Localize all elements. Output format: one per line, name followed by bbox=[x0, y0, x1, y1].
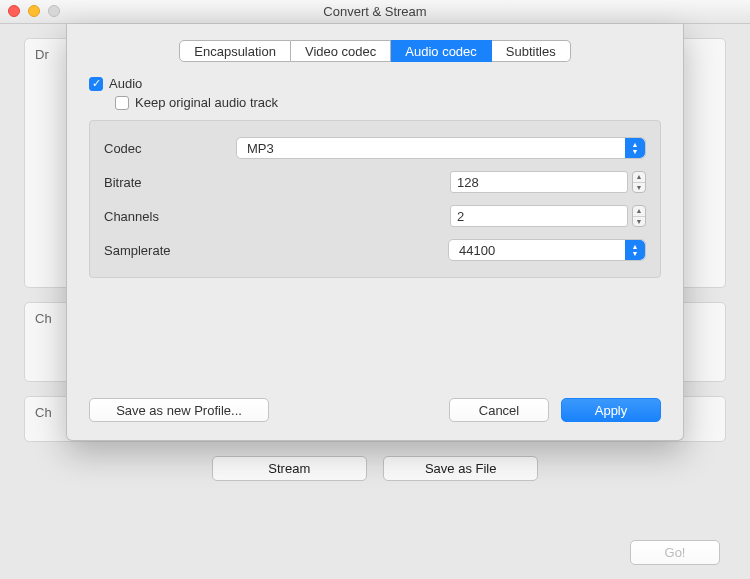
stream-button[interactable]: Stream bbox=[212, 456, 367, 481]
apply-button[interactable]: Apply bbox=[561, 398, 661, 422]
channels-label: Channels bbox=[104, 209, 236, 224]
keep-original-checkbox[interactable] bbox=[115, 96, 129, 110]
save-profile-button[interactable]: Save as new Profile... bbox=[89, 398, 269, 422]
samplerate-select-value: 44100 bbox=[459, 243, 495, 258]
bitrate-input[interactable] bbox=[450, 171, 628, 193]
audio-enable-checkbox[interactable] bbox=[89, 77, 103, 91]
maximize-window-button bbox=[48, 5, 60, 17]
traffic-lights bbox=[8, 5, 60, 17]
profile-editor-sheet: Encapsulation Video codec Audio codec Su… bbox=[66, 24, 684, 441]
bottom-button-row: Stream Save as File bbox=[24, 456, 726, 481]
go-button: Go! bbox=[630, 540, 720, 565]
keep-original-label: Keep original audio track bbox=[135, 95, 278, 110]
codec-select-value: MP3 bbox=[247, 141, 274, 156]
sheet-footer: Save as new Profile... Cancel Apply bbox=[89, 398, 661, 422]
tab-video-codec[interactable]: Video codec bbox=[291, 40, 391, 62]
samplerate-select[interactable]: 44100 bbox=[448, 239, 646, 261]
window-title: Convert & Stream bbox=[0, 4, 750, 19]
chevron-up-icon: ▲ bbox=[633, 172, 645, 183]
window-titlebar: Convert & Stream bbox=[0, 0, 750, 24]
audio-fields-group: Codec MP3 Bitrate ▲ ▼ Ch bbox=[89, 120, 661, 278]
cancel-button[interactable]: Cancel bbox=[449, 398, 549, 422]
bitrate-stepper[interactable]: ▲ ▼ bbox=[632, 171, 646, 193]
codec-select[interactable]: MP3 bbox=[236, 137, 646, 159]
channels-input[interactable] bbox=[450, 205, 628, 227]
close-window-button[interactable] bbox=[8, 5, 20, 17]
chevron-updown-icon bbox=[625, 240, 645, 260]
tab-encapsulation[interactable]: Encapsulation bbox=[179, 40, 291, 62]
audio-enable-label: Audio bbox=[109, 76, 142, 91]
channels-stepper[interactable]: ▲ ▼ bbox=[632, 205, 646, 227]
chevron-up-icon: ▲ bbox=[633, 206, 645, 217]
chevron-down-icon: ▼ bbox=[633, 183, 645, 193]
save-as-file-button[interactable]: Save as File bbox=[383, 456, 538, 481]
profile-tabs: Encapsulation Video codec Audio codec Su… bbox=[89, 40, 661, 62]
codec-label: Codec bbox=[104, 141, 236, 156]
chevron-down-icon: ▼ bbox=[633, 217, 645, 227]
chevron-updown-icon bbox=[625, 138, 645, 158]
minimize-window-button[interactable] bbox=[28, 5, 40, 17]
bitrate-label: Bitrate bbox=[104, 175, 236, 190]
tab-audio-codec[interactable]: Audio codec bbox=[391, 40, 492, 62]
samplerate-label: Samplerate bbox=[104, 243, 236, 258]
tab-subtitles[interactable]: Subtitles bbox=[492, 40, 571, 62]
